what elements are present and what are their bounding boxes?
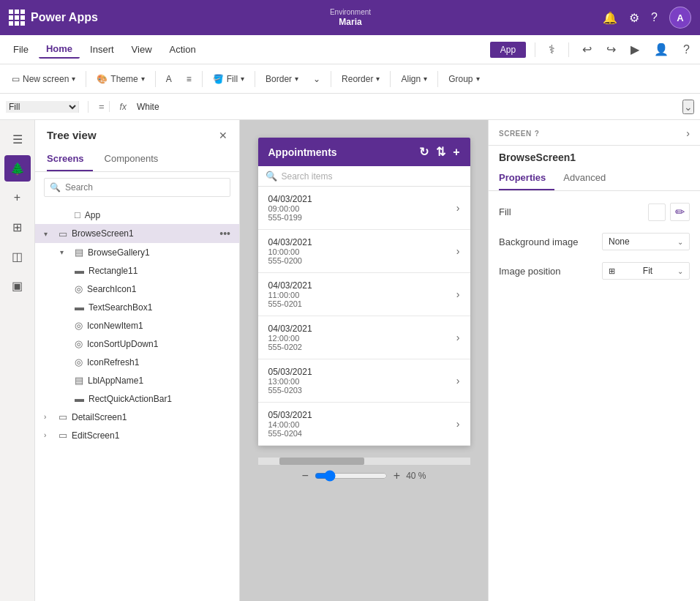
tab-components[interactable]: Components (105, 147, 168, 171)
tree-item-searchicon1[interactable]: ◎ SearchIcon1 (35, 280, 239, 298)
app-header: Appointments ↻ ⇅ + (258, 138, 470, 166)
redo-icon[interactable]: ↪ (602, 40, 620, 59)
canvas-scrollbar-thumb[interactable] (279, 458, 364, 465)
media-button[interactable]: ◫ (4, 243, 31, 269)
list-item-4[interactable]: 05/03/2021 13:00:00 555-0203 › (258, 359, 470, 403)
app-search-placeholder: Search items (282, 171, 333, 182)
toolbar-sep-7 (437, 71, 438, 87)
list-item-5[interactable]: 05/03/2021 14:00:00 555-0204 › (258, 403, 470, 446)
align-icon: ≡ (187, 74, 192, 84)
tree-close-button[interactable]: ✕ (219, 130, 227, 141)
browse-screen-more-icon[interactable]: ••• (219, 228, 230, 239)
prop-fill: Fill ✏ (499, 203, 690, 221)
app-name: Power Apps (31, 11, 98, 24)
tree-item-textsearchbox1[interactable]: ▬ TextSearchBox1 (35, 298, 239, 316)
canvas-scrollbar[interactable] (258, 458, 470, 465)
border-button[interactable]: Border ▾ (260, 71, 304, 87)
top-bar-actions: 🔔 ⚙ ? A (603, 7, 691, 29)
tab-properties[interactable]: Properties (499, 166, 554, 190)
help-icon[interactable]: ? (651, 11, 658, 24)
list-item-0-phone: 555-0199 (268, 213, 456, 222)
tree-item-editscreen1[interactable]: › ▭ EditScreen1 (35, 426, 239, 444)
menu-home[interactable]: Home (39, 40, 80, 59)
font-size-button[interactable]: A (160, 71, 178, 87)
tab-advanced[interactable]: Advanced (563, 166, 614, 190)
list-item-1[interactable]: 04/03/2021 10:00:00 555-0200 › (258, 230, 470, 273)
theme-button[interactable]: 🎨 Theme ▾ (91, 71, 150, 87)
tree-item-rectquickactionbar1-label: RectQuickActionBar1 (89, 394, 230, 404)
waffle-icon[interactable] (9, 10, 22, 26)
fill-color-swatch[interactable] (648, 204, 666, 221)
refresh-header-icon[interactable]: ↻ (419, 145, 429, 159)
group-chevron: ▾ (476, 75, 480, 83)
zoom-level: 40 % (406, 471, 426, 481)
tree-item-iconsortupdown1[interactable]: ◎ IconSortUpDown1 (35, 335, 239, 353)
menu-insert[interactable]: Insert (83, 41, 121, 58)
list-item-2[interactable]: 04/03/2021 11:00:00 555-0201 › (258, 273, 470, 316)
list-item-0[interactable]: 04/03/2021 09:00:00 555-0199 › (258, 187, 470, 230)
search-icon-tree: ◎ (75, 283, 83, 294)
sort-header-icon[interactable]: ⇅ (436, 145, 445, 159)
app-button[interactable]: App (490, 42, 526, 58)
health-icon[interactable]: ⚕ (544, 40, 560, 59)
fill-edit-button[interactable]: ✏ (670, 203, 690, 221)
zoom-out-button[interactable]: − (301, 469, 308, 482)
textbox-icon: ▬ (75, 302, 84, 313)
tree-item-rectangle11[interactable]: ▬ Rectangle11 (35, 261, 239, 280)
fx-label: fx (116, 102, 131, 112)
tree-tabs: Screens Components (35, 147, 239, 172)
menu-action[interactable]: Action (162, 41, 203, 58)
data-button[interactable]: ⊞ (4, 214, 31, 240)
tree-item-iconnewitem1[interactable]: ◎ IconNewItem1 (35, 316, 239, 335)
tab-screens[interactable]: Screens (47, 147, 93, 171)
tree-item-app[interactable]: □ App (35, 206, 239, 224)
formula-expand-button[interactable]: ⌄ (682, 100, 694, 114)
list-item-3[interactable]: 04/03/2021 12:00:00 555-0202 › (258, 316, 470, 359)
add-button[interactable]: + (4, 184, 31, 211)
fill-icon: 🪣 (213, 74, 224, 84)
new-screen-button[interactable]: ▭ New screen ▾ (6, 71, 81, 87)
property-selector[interactable]: Fill (6, 101, 79, 113)
gear-icon[interactable]: ⚙ (629, 11, 639, 25)
fill-label: Fill (227, 74, 238, 84)
tree-item-rectquickactionbar1[interactable]: ▬ RectQuickActionBar1 (35, 389, 239, 408)
tree-item-detailscreen1[interactable]: › ▭ DetailScreen1 (35, 408, 239, 426)
add-header-icon[interactable]: + (453, 146, 459, 159)
new-screen-label: New screen (23, 74, 69, 84)
canvas-zoom-controls: − + 40 % (301, 469, 426, 482)
align-button[interactable]: ≡ (181, 71, 197, 87)
right-panel-expand-button[interactable]: › (686, 127, 690, 139)
components-button[interactable]: ▣ (4, 272, 31, 299)
avatar[interactable]: A (669, 7, 691, 29)
tree-item-browsescreen1[interactable]: ▾ ▭ BrowseScreen1 ••• (35, 224, 239, 243)
tree-search-input[interactable] (44, 178, 230, 197)
more-options-button[interactable]: ⌄ (307, 71, 326, 87)
group-button[interactable]: Group ▾ (443, 71, 485, 87)
list-item-0-date: 04/03/2021 (268, 194, 456, 204)
reorder-button[interactable]: Reorder ▾ (336, 71, 385, 87)
share-icon[interactable]: 👤 (650, 40, 673, 59)
fill-button[interactable]: 🪣 Fill ▾ (207, 71, 250, 87)
zoom-in-button[interactable]: + (394, 469, 400, 482)
screen-help-icon: ? (535, 130, 540, 138)
background-image-select[interactable]: None ⌄ (602, 233, 690, 250)
align-items-button[interactable]: Align ▾ (395, 71, 433, 87)
list-item-2-phone: 555-0201 (268, 299, 456, 308)
bell-icon[interactable]: 🔔 (603, 11, 617, 25)
canvas-app: Appointments ↻ ⇅ + 🔍 Search items 04/03/… (258, 138, 470, 446)
image-position-select[interactable]: ⊞ Fit ⌄ (602, 262, 690, 280)
undo-icon[interactable]: ↩ (578, 40, 596, 59)
menu-view[interactable]: View (124, 41, 159, 58)
tree-item-lblappname1[interactable]: ▤ LblAppName1 (35, 371, 239, 389)
tree-item-iconrefresh1[interactable]: ◎ IconRefresh1 (35, 353, 239, 371)
help-menu-icon[interactable]: ? (679, 40, 694, 59)
list-item-3-time: 12:00:00 (268, 334, 456, 343)
run-icon[interactable]: ▶ (626, 40, 644, 59)
tree-item-browsescreen1-label: BrowseScreen1 (72, 228, 215, 239)
zoom-slider[interactable] (315, 470, 388, 482)
tree-item-browsegallery1[interactable]: ▾ ▤ BrowseGallery1 (35, 243, 239, 261)
sidebar-toggle-button[interactable]: ☰ (4, 126, 31, 152)
treeview-button[interactable]: 🌲 (4, 155, 31, 182)
menu-file[interactable]: File (6, 41, 36, 58)
toolbar-sep-6 (390, 71, 391, 87)
